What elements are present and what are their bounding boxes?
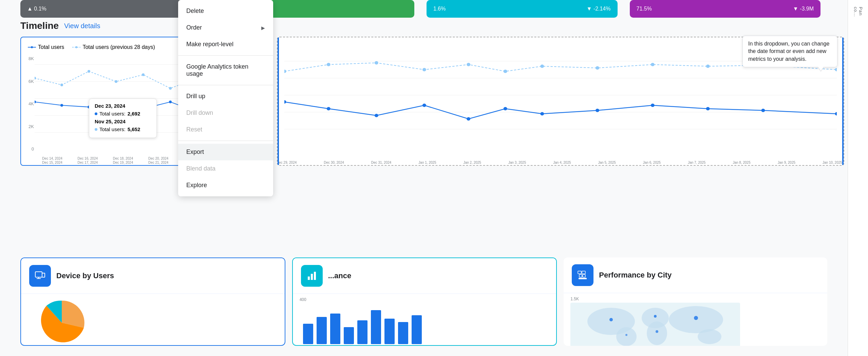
svg-rect-69 — [330, 314, 340, 344]
svg-point-50 — [375, 114, 378, 117]
menu-item-export[interactable]: Export — [178, 144, 273, 160]
metric-delta-purple: ▼ -3.9M — [793, 6, 814, 12]
y-axis-left: 8K 6K 4K 2K 0 — [21, 56, 34, 152]
performance-x-label: 400 — [300, 297, 550, 302]
svg-point-3 — [75, 46, 77, 48]
map-svg — [570, 303, 740, 346]
view-details-link[interactable]: View details — [64, 22, 100, 30]
svg-point-47 — [835, 68, 837, 71]
svg-point-84 — [647, 321, 667, 345]
menu-item-reset: Reset — [178, 121, 273, 138]
svg-point-49 — [327, 107, 331, 110]
city-chart-area: 1.5K — [564, 293, 827, 346]
legend-label-previous: Total users (previous 28 days) — [82, 44, 155, 50]
menu-item-blend-data: Blend data — [178, 160, 273, 177]
svg-point-43 — [596, 66, 599, 70]
y-2k: 2K — [21, 124, 34, 129]
tooltip-row1: Total users: 2,692 — [95, 111, 151, 117]
svg-rect-75 — [412, 315, 422, 344]
svg-point-44 — [651, 63, 655, 66]
svg-rect-67 — [303, 324, 313, 344]
context-menu: Delete Order ▶ Make report-level Google … — [178, 0, 273, 196]
menu-item-order[interactable]: Order ▶ — [178, 19, 273, 36]
svg-rect-79 — [583, 274, 585, 277]
metric-val-purple: 71.5% — [637, 6, 652, 12]
svg-rect-68 — [317, 317, 327, 344]
svg-rect-65 — [311, 274, 313, 280]
menu-item-drill-up[interactable]: Drill up — [178, 88, 273, 105]
tooltip-date2: Nov 25, 2024 — [95, 119, 151, 124]
y-0: 0 — [21, 146, 34, 152]
svg-point-92 — [656, 330, 658, 333]
svg-point-9 — [35, 77, 36, 79]
left-border-accent — [278, 37, 279, 165]
svg-point-10 — [60, 84, 63, 86]
menu-item-drill-down: Drill down — [178, 105, 273, 121]
charts-row: Total users Total users (previous 28 day… — [20, 37, 844, 166]
svg-rect-74 — [398, 322, 408, 344]
svg-point-38 — [375, 61, 378, 65]
performance-widget-header: ...ance — [293, 258, 556, 294]
device-icon — [29, 265, 51, 287]
menu-item-delete[interactable]: Delete — [178, 3, 273, 19]
dashboard: Panco... ▲ 0.1% 0.05% ▲ 55.6% 1.6% ▼ -2.… — [0, 0, 868, 356]
svg-point-19 — [35, 101, 36, 103]
device-widget-header: Device by Users — [21, 258, 285, 294]
svg-point-90 — [694, 316, 698, 320]
widget-performance[interactable]: ...ance 400 — [292, 257, 557, 346]
menu-item-ga-token[interactable]: Google Analytics token usage — [178, 58, 273, 82]
device-widget-title: Device by Users — [56, 271, 114, 280]
svg-rect-70 — [344, 327, 354, 344]
metric-card-purple: 71.5% ▼ -3.9M — [630, 0, 821, 18]
svg-point-14 — [169, 87, 172, 90]
tooltip-label1: Total users: — [99, 111, 126, 117]
menu-divider-3 — [178, 141, 273, 141]
timeline-header: Timeline View details — [20, 20, 844, 31]
device-chart-area — [21, 294, 285, 346]
widget-device-by-users[interactable]: Device by Users — [20, 257, 285, 346]
right-sidebar: Panco... — [848, 0, 868, 356]
metric-delta-gray: ▲ 0.1% — [27, 6, 46, 12]
svg-rect-60 — [35, 272, 42, 277]
right-border-accent — [842, 37, 844, 165]
menu-item-report-level[interactable]: Make report-level — [178, 36, 273, 53]
svg-rect-66 — [314, 272, 316, 280]
metric-val-teal: 1.6% — [433, 6, 446, 12]
menu-divider-2 — [178, 85, 273, 85]
svg-rect-78 — [579, 274, 582, 277]
svg-point-58 — [761, 109, 765, 112]
menu-divider-1 — [178, 55, 273, 56]
widget-row: Device by Users — [20, 257, 827, 346]
svg-point-12 — [115, 80, 117, 83]
panel-text: Panco... — [853, 7, 863, 17]
svg-point-51 — [422, 104, 426, 107]
y-6k: 6K — [21, 79, 34, 84]
tooltip-dot-blue — [95, 112, 97, 115]
city-widget-title: Performance by City — [599, 271, 672, 280]
svg-point-13 — [142, 73, 145, 76]
info-tooltip: In this dropdown, you can change the dat… — [742, 36, 837, 67]
svg-rect-71 — [357, 320, 367, 344]
svg-point-89 — [654, 315, 657, 318]
widget-performance-by-city[interactable]: Performance by City 1.5K — [564, 257, 827, 346]
menu-item-explore[interactable]: Explore — [178, 177, 273, 194]
svg-rect-77 — [582, 271, 585, 274]
info-tooltip-text: In this dropdown, you can change the dat… — [748, 41, 829, 62]
svg-rect-72 — [371, 310, 381, 344]
svg-point-48 — [284, 100, 286, 104]
city-widget-header: Performance by City — [564, 257, 827, 293]
svg-point-37 — [327, 63, 331, 66]
tooltip-value1: 2,692 — [128, 111, 140, 117]
x-axis-right: ec 29, 2024 Dec 30, 2024 Dec 31, 2024 Ja… — [278, 161, 844, 164]
svg-rect-64 — [308, 277, 310, 280]
svg-point-91 — [625, 334, 627, 336]
tooltip-row2: Total users: 5,652 — [95, 126, 151, 132]
svg-point-36 — [284, 70, 286, 73]
svg-rect-80 — [579, 278, 587, 279]
svg-point-54 — [540, 112, 544, 115]
performance-icon — [301, 265, 323, 287]
svg-point-11 — [88, 70, 90, 73]
bar-chart-svg — [300, 303, 435, 346]
svg-point-88 — [609, 318, 613, 321]
performance-chart-area: 400 — [293, 294, 556, 346]
